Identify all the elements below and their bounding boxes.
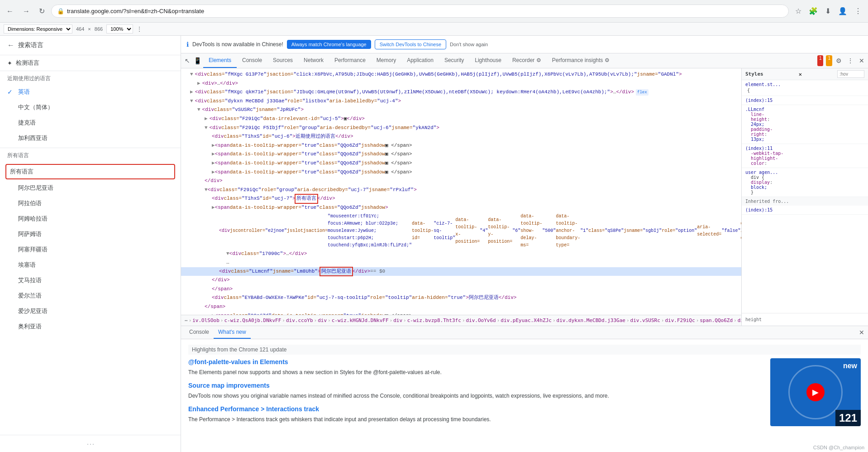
- styles-close-icon[interactable]: ✕: [799, 71, 802, 77]
- html-line-25[interactable]: ▶ <span class="QQo6Zd" data-is-tooltip-w…: [181, 312, 741, 315]
- tab-elements[interactable]: Elements: [203, 53, 237, 68]
- styles-filter-input[interactable]: [837, 70, 864, 78]
- switch-devtools-button[interactable]: Switch DevTools to Chinese: [375, 39, 446, 49]
- tab-security[interactable]: Security: [439, 53, 469, 68]
- extension-button[interactable]: 🧩: [806, 5, 820, 17]
- lang-item-albanian[interactable]: 阿尔巴尼亚语: [0, 180, 181, 196]
- back-button[interactable]: ←: [4, 5, 16, 17]
- bc-cwiz-bvzp8[interactable]: c-wiz.bvzp8.Tht3fc: [407, 317, 461, 323]
- devtools-device-icon[interactable]: 📱: [192, 55, 203, 66]
- settings-icon[interactable]: ⚙: [834, 55, 844, 66]
- html-line-23[interactable]: <div class="EYBABd-OWXEXe-TAWPKe" id="uc…: [181, 293, 741, 303]
- highlights-header: Highlights from the Chrome 121 update: [188, 345, 861, 355]
- address-bar[interactable]: 🔒 translate.google.com/?sl=en&tl=zh-CN&o…: [51, 5, 789, 18]
- more-options-devtools[interactable]: ⋮: [845, 55, 855, 66]
- html-line-18[interactable]: ▼ <div class="17090c" > … </div>: [181, 250, 741, 259]
- tab-network[interactable]: Network: [298, 53, 329, 68]
- html-line-9[interactable]: ▶ <span data-is-tooltip-wrapper="true" c…: [181, 141, 741, 150]
- bc-cQsA0jb[interactable]: c-wiz.QsA0jb.DNkvFF: [224, 317, 281, 323]
- elements-content[interactable]: ▼ <div class="fMXgc G13P7e" jsaction="cl…: [181, 68, 741, 315]
- all-section-label-inline: 所有语言: [7, 152, 29, 159]
- html-line-14[interactable]: ▼ <div class="F29iQc" role="group" aria-…: [181, 186, 741, 195]
- html-line-19[interactable]: …: [181, 258, 741, 267]
- lang-item-azerbaijani[interactable]: 阿塞拜疆语: [0, 242, 181, 257]
- bc-divccoYb[interactable]: div.ccoYb: [286, 317, 313, 323]
- html-line-13[interactable]: </div>: [181, 177, 741, 186]
- tab-performance-insights[interactable]: Performance insights ⚙: [547, 53, 615, 68]
- download-button[interactable]: ⬇: [822, 5, 834, 17]
- lang-item-amharic[interactable]: 阿姆哈拉语: [0, 211, 181, 226]
- html-line-24[interactable]: </span>: [181, 303, 741, 312]
- zoom-select[interactable]: 100%: [106, 24, 133, 34]
- bc-divvSUSRc[interactable]: div.vSUSRc: [630, 317, 660, 323]
- tab-performance[interactable]: Performance: [329, 53, 371, 68]
- dont-show-again-button[interactable]: Don't show again: [450, 42, 488, 47]
- html-line-12[interactable]: ▶ <span data-is-tooltip-wrapper="true" c…: [181, 168, 741, 177]
- bc-cwiz-kHGNJd[interactable]: c-wiz.kHGNJd.DNkvFF: [332, 317, 389, 323]
- lang-item-arabic[interactable]: 阿拉伯语: [0, 196, 181, 211]
- bc-spanQQo6Zd[interactable]: span.QQo6Zd: [700, 317, 733, 323]
- responsive-select[interactable]: Dimensions: Responsive: [4, 24, 72, 34]
- bc-divqS8Pe[interactable]: div.qS8Pe: [738, 317, 741, 323]
- html-line-11[interactable]: ▶ <span data-is-tooltip-wrapper="true" c…: [181, 159, 741, 168]
- tab-sources[interactable]: Sources: [267, 53, 298, 68]
- bc-divpEyuac[interactable]: div.pEyuac.X4hZJc: [501, 317, 552, 323]
- tab-console[interactable]: Console: [237, 53, 267, 68]
- html-line-16[interactable]: ▶ <span data-is-tooltip-wrapper="true" c…: [181, 203, 741, 212]
- html-line-10[interactable]: ▶ <span data-is-tooltip-wrapper="true" c…: [181, 150, 741, 159]
- bc-div[interactable]: div: [318, 317, 327, 323]
- devtools-select-icon[interactable]: ↖: [183, 55, 192, 66]
- forward-button[interactable]: →: [20, 5, 33, 17]
- html-line-3[interactable]: ▶ <div class="fMXgc qkH71e" jsaction="JI…: [181, 88, 741, 97]
- bc-div2[interactable]: div: [393, 317, 402, 323]
- detect-language-row[interactable]: ✦ 检测语言: [0, 55, 181, 71]
- lang-item-english[interactable]: ✓ 英语: [0, 84, 181, 100]
- html-line-15[interactable]: <div class="T1hxS" id="ucj-7" > 所有语言 </d…: [181, 194, 741, 203]
- more-options-button[interactable]: ⋮: [137, 26, 142, 32]
- tab-lighthouse[interactable]: Lighthouse: [469, 53, 507, 68]
- tab-recorder[interactable]: Recorder ⚙: [507, 53, 547, 68]
- tab-whats-new[interactable]: What's new: [214, 326, 251, 339]
- bc-divF29iQc[interactable]: div.F29iQc: [665, 317, 695, 323]
- lang-name-czech: 捷克语: [18, 119, 36, 127]
- html-line-21[interactable]: </div>: [181, 276, 741, 285]
- html-line-4[interactable]: ▼ <div class="dykxn MeCBDd j33Gae" role=…: [181, 97, 741, 106]
- lang-item-czech[interactable]: 捷克语: [0, 115, 181, 130]
- html-line-8[interactable]: <div class="T1hxS" id="ucj-6" > 近期使用过的语言…: [181, 132, 741, 141]
- html-line-5[interactable]: ▼ <div class="vSUSRc" jsname="JpRUFc" >: [181, 106, 741, 115]
- lang-item-irish[interactable]: 爱尔兰语: [0, 288, 181, 303]
- reload-button[interactable]: ↻: [36, 5, 48, 17]
- lang-item-galician[interactable]: 加利西亚语: [0, 130, 181, 146]
- html-line-2[interactable]: ▶ <div> … </div>: [181, 79, 741, 88]
- html-line-7[interactable]: ▼ <div class="F29iQc F5Ibjf" role="group…: [181, 124, 741, 133]
- lang-item-odia[interactable]: 奥利亚语: [0, 319, 181, 334]
- lang-item-all-languages-box[interactable]: 所有语言: [5, 164, 175, 179]
- tab-application[interactable]: Application: [401, 53, 439, 68]
- bc-divdykxn[interactable]: div.dykxn.MeCBDd.j33Gae: [557, 317, 625, 323]
- close-bottom-panel-button[interactable]: ✕: [859, 329, 864, 336]
- html-line-20[interactable]: <div class="LLmcnf" jsname="Lm8Uhb" > 阿尔…: [181, 267, 741, 276]
- close-devtools-button[interactable]: ✕: [857, 55, 866, 66]
- html-line-22[interactable]: </span>: [181, 285, 741, 294]
- tab-memory[interactable]: Memory: [371, 53, 401, 68]
- menu-button[interactable]: ⋮: [852, 5, 864, 17]
- lang-item-aymara[interactable]: 艾马拉语: [0, 273, 181, 288]
- always-match-button[interactable]: Always match Chrome's language: [287, 40, 371, 49]
- tab-console-bottom[interactable]: Console: [185, 326, 214, 339]
- bc-divOoYv6d[interactable]: div.OoYv6d: [466, 317, 496, 323]
- lang-item-ethiopian[interactable]: 埃塞语: [0, 257, 181, 273]
- bookmark-button[interactable]: ☆: [792, 5, 804, 17]
- lang-item-simplified-chinese[interactable]: 中文（简体）: [0, 100, 181, 115]
- html-line-1[interactable]: ▼ <div class="fMXgc G13P7e" jsaction="cl…: [181, 70, 741, 79]
- sidebar-back-button[interactable]: ←: [7, 41, 14, 49]
- html-line-6[interactable]: ▶ <div class="F29iQc" data-irrelevant-id…: [181, 115, 741, 124]
- html-line-17[interactable]: <div jscontroller="e2jnoe" jsslot jsacti…: [181, 212, 741, 250]
- recent-section-label: 近期使用过的语言: [0, 71, 181, 84]
- style-rule-user-agent: user agen... div { display: block; }: [742, 168, 868, 197]
- profile-button[interactable]: 👤: [835, 5, 850, 17]
- video-thumbnail[interactable]: new ▶ 121: [770, 358, 861, 426]
- detect-label: 检测语言: [16, 59, 39, 67]
- lang-item-assamese[interactable]: 阿萨姆语: [0, 226, 181, 242]
- lang-item-estonian[interactable]: 爱沙尼亚语: [0, 303, 181, 319]
- bc-OlSOob[interactable]: iv.OlSOob: [192, 317, 219, 323]
